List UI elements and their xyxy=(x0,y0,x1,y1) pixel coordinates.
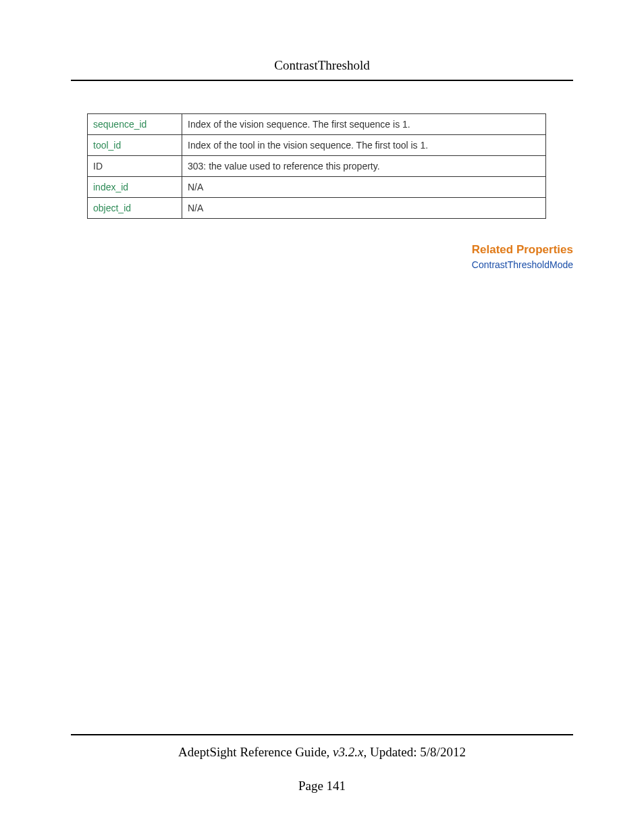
related-property-link[interactable]: ContrastThresholdMode xyxy=(71,259,573,270)
table-row: tool_id Index of the tool in the vision … xyxy=(88,135,546,156)
table-row: ID 303: the value used to reference this… xyxy=(88,156,546,177)
footer-rule xyxy=(71,734,573,735)
page-label: Page xyxy=(298,779,327,793)
param-value: N/A xyxy=(182,177,546,198)
page-number-value: 141 xyxy=(327,779,346,793)
footer-updated-date: 5/8/2012 xyxy=(420,745,466,759)
table-row: index_id N/A xyxy=(88,177,546,198)
header-title: ContrastThreshold xyxy=(274,58,369,72)
table-row: object_id N/A xyxy=(88,198,546,219)
parameters-table: sequence_id Index of the vision sequence… xyxy=(87,113,546,219)
page-footer: AdeptSight Reference Guide, v3.2.x, Upda… xyxy=(71,734,573,793)
param-value: Index of the tool in the vision sequence… xyxy=(182,135,546,156)
footer-text: AdeptSight Reference Guide, v3.2.x, Upda… xyxy=(71,745,573,760)
table-row: sequence_id Index of the vision sequence… xyxy=(88,114,546,135)
param-key: index_id xyxy=(88,177,182,198)
param-key: object_id xyxy=(88,198,182,219)
footer-version: , v3.2.x xyxy=(327,745,364,759)
page-number: Page 141 xyxy=(71,779,573,793)
param-key: sequence_id xyxy=(88,114,182,135)
param-key: tool_id xyxy=(88,135,182,156)
param-value: N/A xyxy=(182,198,546,219)
footer-updated-label: , Updated: xyxy=(363,745,420,759)
page-header: ContrastThreshold xyxy=(71,0,573,81)
related-properties-heading: Related Properties xyxy=(71,243,573,257)
param-key: ID xyxy=(88,156,182,177)
param-value: 303: the value used to reference this pr… xyxy=(182,156,546,177)
related-properties-section: Related Properties ContrastThresholdMode xyxy=(71,243,573,270)
content-area: sequence_id Index of the vision sequence… xyxy=(71,81,573,270)
param-value: Index of the vision sequence. The first … xyxy=(182,114,546,135)
footer-doc-title: AdeptSight Reference Guide xyxy=(178,745,326,759)
